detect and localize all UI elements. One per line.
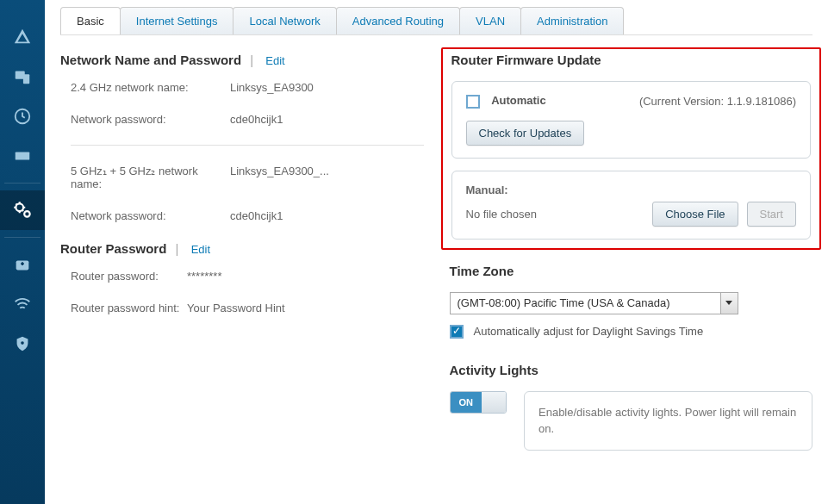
wifi-icon [13,295,32,314]
sidebar-divider [4,183,40,184]
field-router-password: Router password: ******** [60,270,424,283]
divider [71,145,424,146]
field-router-password-hint: Router password hint: Your Password Hint [60,302,424,314]
start-button[interactable]: Start [747,202,796,227]
network-name-title: Network Name and Password | Edit [60,53,424,67]
value: cde0hcijk1 [230,209,283,222]
timezone-title: Time Zone [450,264,813,278]
label: 2.4 GHz network name: [71,81,230,94]
media-icon [13,146,32,165]
firmware-title: Router Firmware Update [451,53,812,67]
automatic-label: Automatic [491,94,546,107]
activity-lights-title: Activity Lights [450,363,813,377]
sidebar-item-wireless[interactable] [0,284,45,324]
no-file-text: No file chosen [466,208,537,221]
value: Your Password Hint [187,302,285,314]
tabs: Basic Internet Settings Local Network Ad… [60,7,812,35]
left-column: Network Name and Password | Edit 2.4 GHz… [60,53,424,451]
right-column: Router Firmware Update Automatic (Curren… [450,53,813,451]
value: cde0hcijk1 [230,113,283,126]
field-24ghz-name: 2.4 GHz network name: Linksys_EA9300 [60,81,424,94]
sidebar-item-dashboard[interactable] [0,17,45,57]
timezone-select[interactable]: (GMT-08:00) Pacific Time (USA & Canada) [450,292,738,314]
sidebar [0,0,45,504]
sidebar-item-media[interactable] [0,136,45,176]
router-password-title: Router Password | Edit [60,241,424,256]
pipe: | [176,241,179,256]
toggle-handle [482,392,506,413]
svg-point-5 [24,211,29,217]
value: Linksys_EA9300 [230,81,314,94]
label: Network password: [71,209,230,222]
tab-local-network[interactable]: Local Network [233,7,336,34]
tab-basic[interactable]: Basic [60,7,121,34]
network-name-title-text: Network Name and Password [60,53,241,67]
manual-label: Manual: [466,184,797,196]
gears-icon [11,199,34,221]
value: Linksys_EA9300_... [230,165,329,190]
tab-vlan[interactable]: VLAN [459,7,521,34]
sidebar-item-troubleshoot[interactable] [0,245,45,284]
activity-description: Enable/disable activity lights. Power li… [524,391,812,451]
chevron-down-icon[interactable] [720,293,738,314]
auto-checkbox-row: Automatic [466,94,546,109]
sidebar-item-settings[interactable] [0,190,45,230]
dst-row: Automatically adjust for Daylight Saving… [450,325,813,339]
edit-network-link[interactable]: Edit [265,54,284,67]
check-updates-button[interactable]: Check for Updates [466,121,585,146]
router-password-title-text: Router Password [60,241,166,256]
firmware-manual-panel: Manual: No file chosen Choose File Start [451,171,812,240]
timezone-selected: (GMT-08:00) Pacific Time (USA & Canada) [451,293,720,314]
svg-rect-3 [16,152,30,159]
firmware-version: (Current Version: 1.1.9.181086) [639,95,796,108]
field-5ghz-password: Network password: cde0hcijk1 [60,209,424,222]
pipe: | [250,53,253,67]
main-content: Basic Internet Settings Local Network Ad… [45,0,828,504]
label: 5 GHz₁ + 5 GHz₂ network name: [71,165,230,190]
label: Network password: [71,113,230,126]
dst-label: Automatically adjust for Daylight Saving… [474,325,704,338]
firmware-highlight: Router Firmware Update Automatic (Curren… [441,47,822,250]
medkit-icon [13,255,32,274]
activity-toggle[interactable]: ON [450,391,507,414]
choose-file-button[interactable]: Choose File [652,202,738,227]
svg-rect-1 [23,74,29,84]
value: ******** [187,270,221,283]
clock-icon [13,107,32,126]
label: Router password hint: [71,302,187,314]
sidebar-item-clock[interactable] [0,96,45,136]
field-24ghz-password: Network password: cde0hcijk1 [60,113,424,126]
devices-icon [13,67,32,86]
sidebar-item-security[interactable] [0,324,45,364]
label: Router password: [71,270,187,283]
tab-internet[interactable]: Internet Settings [120,7,234,34]
warning-icon [13,28,32,47]
toggle-on-label: ON [451,392,482,413]
edit-routerpw-link[interactable]: Edit [191,243,210,256]
dst-checkbox[interactable] [450,325,464,339]
field-5ghz-name: 5 GHz₁ + 5 GHz₂ network name: Linksys_EA… [60,165,424,190]
shield-icon [13,334,32,353]
tab-administration[interactable]: Administration [520,7,624,34]
tab-advanced-routing[interactable]: Advanced Routing [336,7,460,34]
firmware-auto-panel: Automatic (Current Version: 1.1.9.181086… [451,81,812,159]
sidebar-divider [4,237,40,238]
automatic-checkbox[interactable] [466,95,480,109]
sidebar-item-devices[interactable] [0,57,45,96]
svg-point-7 [21,341,24,345]
